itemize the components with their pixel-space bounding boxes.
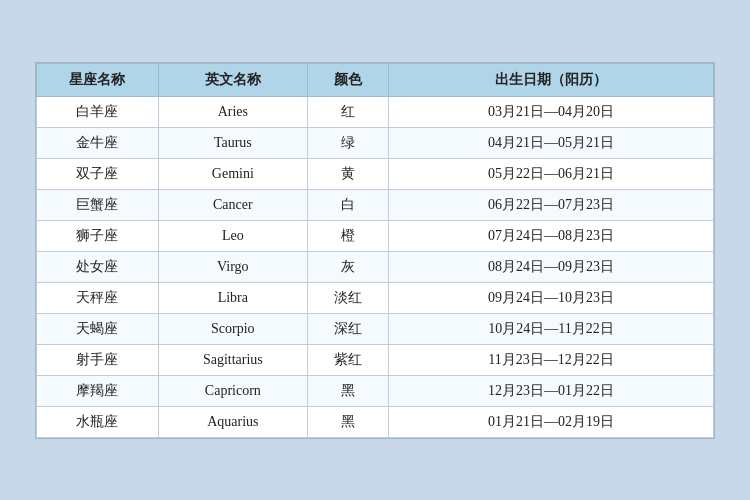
cell-color: 橙 — [307, 220, 388, 251]
header-chinese: 星座名称 — [37, 63, 159, 96]
cell-date: 12月23日—01月22日 — [389, 375, 714, 406]
cell-english: Capricorn — [158, 375, 307, 406]
table-row: 狮子座Leo橙07月24日—08月23日 — [37, 220, 714, 251]
cell-color: 深红 — [307, 313, 388, 344]
cell-english: Libra — [158, 282, 307, 313]
cell-english: Taurus — [158, 127, 307, 158]
header-english: 英文名称 — [158, 63, 307, 96]
cell-chinese: 摩羯座 — [37, 375, 159, 406]
cell-english: Sagittarius — [158, 344, 307, 375]
table-row: 天秤座Libra淡红09月24日—10月23日 — [37, 282, 714, 313]
cell-date: 03月21日—04月20日 — [389, 96, 714, 127]
cell-english: Leo — [158, 220, 307, 251]
cell-chinese: 天秤座 — [37, 282, 159, 313]
zodiac-table: 星座名称 英文名称 颜色 出生日期（阳历） 白羊座Aries红03月21日—04… — [36, 63, 714, 438]
cell-color: 黄 — [307, 158, 388, 189]
cell-color: 红 — [307, 96, 388, 127]
cell-date: 09月24日—10月23日 — [389, 282, 714, 313]
table-row: 巨蟹座Cancer白06月22日—07月23日 — [37, 189, 714, 220]
table-row: 摩羯座Capricorn黑12月23日—01月22日 — [37, 375, 714, 406]
cell-chinese: 处女座 — [37, 251, 159, 282]
cell-date: 05月22日—06月21日 — [389, 158, 714, 189]
table-row: 白羊座Aries红03月21日—04月20日 — [37, 96, 714, 127]
cell-english: Aquarius — [158, 406, 307, 437]
cell-english: Scorpio — [158, 313, 307, 344]
table-body: 白羊座Aries红03月21日—04月20日金牛座Taurus绿04月21日—0… — [37, 96, 714, 437]
cell-color: 灰 — [307, 251, 388, 282]
cell-chinese: 狮子座 — [37, 220, 159, 251]
table-row: 射手座Sagittarius紫红11月23日—12月22日 — [37, 344, 714, 375]
cell-chinese: 双子座 — [37, 158, 159, 189]
cell-color: 绿 — [307, 127, 388, 158]
cell-date: 07月24日—08月23日 — [389, 220, 714, 251]
cell-color: 黑 — [307, 406, 388, 437]
cell-date: 11月23日—12月22日 — [389, 344, 714, 375]
cell-date: 01月21日—02月19日 — [389, 406, 714, 437]
cell-date: 06月22日—07月23日 — [389, 189, 714, 220]
cell-chinese: 水瓶座 — [37, 406, 159, 437]
table-row: 双子座Gemini黄05月22日—06月21日 — [37, 158, 714, 189]
table-row: 天蝎座Scorpio深红10月24日—11月22日 — [37, 313, 714, 344]
table-row: 处女座Virgo灰08月24日—09月23日 — [37, 251, 714, 282]
zodiac-table-container: 星座名称 英文名称 颜色 出生日期（阳历） 白羊座Aries红03月21日—04… — [35, 62, 715, 439]
header-color: 颜色 — [307, 63, 388, 96]
cell-date: 08月24日—09月23日 — [389, 251, 714, 282]
cell-chinese: 天蝎座 — [37, 313, 159, 344]
cell-date: 04月21日—05月21日 — [389, 127, 714, 158]
cell-color: 淡红 — [307, 282, 388, 313]
cell-color: 白 — [307, 189, 388, 220]
table-row: 金牛座Taurus绿04月21日—05月21日 — [37, 127, 714, 158]
cell-chinese: 巨蟹座 — [37, 189, 159, 220]
cell-color: 紫红 — [307, 344, 388, 375]
header-date: 出生日期（阳历） — [389, 63, 714, 96]
cell-english: Cancer — [158, 189, 307, 220]
cell-chinese: 金牛座 — [37, 127, 159, 158]
cell-color: 黑 — [307, 375, 388, 406]
table-header-row: 星座名称 英文名称 颜色 出生日期（阳历） — [37, 63, 714, 96]
cell-chinese: 射手座 — [37, 344, 159, 375]
table-row: 水瓶座Aquarius黑01月21日—02月19日 — [37, 406, 714, 437]
cell-chinese: 白羊座 — [37, 96, 159, 127]
cell-english: Aries — [158, 96, 307, 127]
cell-english: Gemini — [158, 158, 307, 189]
cell-date: 10月24日—11月22日 — [389, 313, 714, 344]
cell-english: Virgo — [158, 251, 307, 282]
